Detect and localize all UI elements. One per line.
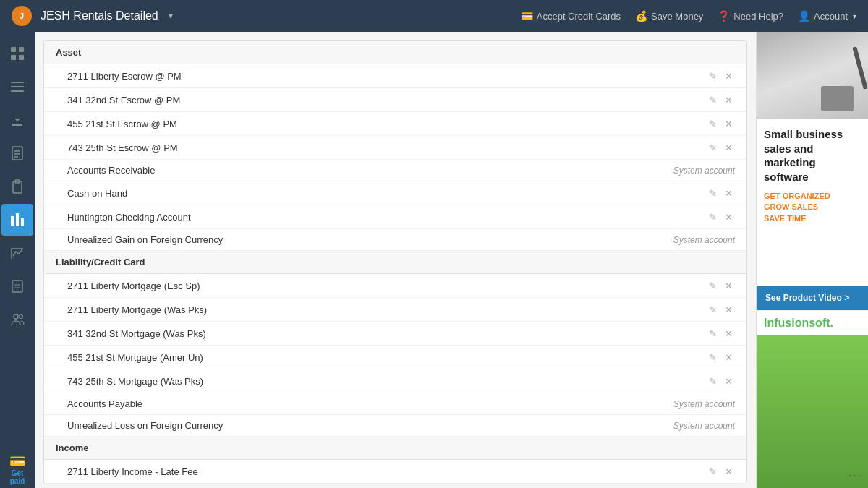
account-name: 2711 Liberty Escrow @ PM bbox=[67, 71, 706, 82]
table-row: 455 21st St Mortgage (Amer Un) ✎✕ bbox=[44, 346, 746, 369]
asset-section-header: Asset bbox=[44, 41, 746, 64]
ad-bottom-image: ··· bbox=[757, 335, 868, 488]
account-name: 2711 Liberty Income - Late Fee bbox=[67, 466, 706, 477]
sidebar-item-bar-chart[interactable] bbox=[1, 237, 33, 269]
edit-icon[interactable]: ✎ bbox=[706, 187, 719, 200]
delete-icon[interactable]: ✕ bbox=[722, 210, 735, 223]
sidebar-item-dashboard[interactable] bbox=[1, 38, 33, 69]
account-name: Accounts Receivable bbox=[67, 165, 673, 176]
delete-icon[interactable]: ✕ bbox=[722, 93, 735, 106]
delete-icon[interactable]: ✕ bbox=[722, 141, 735, 154]
delete-icon[interactable]: ✕ bbox=[722, 374, 735, 388]
system-account-badge: System account bbox=[673, 166, 735, 176]
svg-point-20 bbox=[20, 315, 23, 319]
sidebar-item-chart[interactable] bbox=[1, 204, 33, 236]
table-row: 341 32nd St Escrow @ PM ✎✕ bbox=[44, 88, 746, 112]
svg-rect-1 bbox=[19, 47, 24, 52]
account-name: Cash on Hand bbox=[67, 188, 706, 199]
svg-rect-14 bbox=[16, 213, 19, 226]
get-paid-button[interactable]: 💳 Get paid bbox=[7, 449, 28, 488]
system-account-badge: System account bbox=[673, 421, 735, 431]
account-label: Account bbox=[814, 11, 848, 22]
product-video-label: See Product Video > bbox=[765, 293, 849, 303]
svg-rect-16 bbox=[12, 281, 22, 292]
nav-actions: 💳 Accept Credit Cards 💰 Save Money ❓ Nee… bbox=[521, 10, 856, 22]
infusion-logo-area: Infusionsoft. bbox=[757, 310, 868, 335]
sidebar-item-clipboard[interactable] bbox=[1, 171, 33, 202]
edit-icon[interactable]: ✎ bbox=[706, 303, 719, 316]
account-dropdown-icon: ▾ bbox=[853, 12, 856, 20]
svg-point-19 bbox=[14, 314, 18, 319]
account-name: 2711 Liberty Mortgage (Was Pks) bbox=[67, 304, 706, 315]
edit-icon[interactable]: ✎ bbox=[706, 69, 719, 82]
save-money-btn[interactable]: 💰 Save Money bbox=[635, 10, 703, 22]
account-name: Accounts Payable bbox=[67, 398, 673, 409]
save-money-icon: 💰 bbox=[635, 10, 647, 22]
edit-icon[interactable]: ✎ bbox=[706, 117, 719, 130]
infusion-logo: Infusionsoft. bbox=[764, 317, 833, 329]
delete-icon[interactable]: ✕ bbox=[722, 465, 735, 478]
account-name: 2711 Liberty Mortgage (Esc Sp) bbox=[67, 281, 706, 291]
delete-icon[interactable]: ✕ bbox=[722, 69, 735, 82]
svg-rect-15 bbox=[21, 218, 24, 226]
delete-icon[interactable]: ✕ bbox=[722, 279, 735, 292]
account-name: 455 21st St Mortgage (Amer Un) bbox=[67, 352, 706, 363]
sidebar-item-download[interactable] bbox=[1, 104, 33, 136]
edit-icon[interactable]: ✎ bbox=[706, 327, 719, 340]
table-row: 2711 Liberty Mortgage (Was Pks) ✎✕ bbox=[44, 298, 746, 322]
account-name: Unrealized Loss on Foreign Currency bbox=[67, 420, 673, 431]
sidebar: 💳 Get paid bbox=[0, 32, 35, 488]
svg-rect-0 bbox=[11, 47, 16, 52]
delete-icon[interactable]: ✕ bbox=[722, 187, 735, 200]
accept-credit-cards-btn[interactable]: 💳 Accept Credit Cards bbox=[521, 10, 621, 22]
sidebar-item-report[interactable] bbox=[1, 270, 33, 302]
app-logo: J bbox=[12, 6, 32, 26]
sidebar-item-people[interactable] bbox=[1, 304, 33, 335]
svg-rect-13 bbox=[11, 216, 14, 226]
accounts-table: Asset 2711 Liberty Escrow @ PM ✎ ✕ 341 3… bbox=[43, 40, 747, 484]
account-name: 341 32nd St Escrow @ PM bbox=[67, 95, 706, 106]
delete-icon[interactable]: ✕ bbox=[722, 117, 735, 130]
table-row: 455 21st St Escrow @ PM ✎✕ bbox=[44, 112, 746, 136]
help-icon: ❓ bbox=[718, 10, 730, 22]
get-paid-card-icon: 💳 bbox=[9, 453, 25, 469]
account-name: 743 25th St Mortgage (Was Pks) bbox=[67, 376, 706, 387]
delete-icon[interactable]: ✕ bbox=[722, 303, 735, 316]
edit-icon[interactable]: ✎ bbox=[706, 93, 719, 106]
more-options-dots[interactable]: ··· bbox=[848, 469, 862, 482]
table-row: Unrealized Loss on Foreign Currency Syst… bbox=[44, 415, 746, 437]
income-section-header: Income bbox=[44, 437, 746, 460]
account-user-icon: 👤 bbox=[798, 10, 810, 22]
delete-icon[interactable]: ✕ bbox=[722, 327, 735, 340]
edit-icon[interactable]: ✎ bbox=[706, 279, 719, 292]
app-title: JESH Rentals Detailed bbox=[41, 9, 158, 22]
ad-sidebar: Small business sales and marketing softw… bbox=[756, 32, 868, 488]
svg-rect-5 bbox=[11, 86, 24, 87]
svg-rect-3 bbox=[19, 55, 24, 60]
top-navigation: J JESH Rentals Detailed ▾ 💳 Accept Credi… bbox=[0, 0, 868, 32]
ad-top-image bbox=[757, 32, 868, 119]
svg-rect-4 bbox=[11, 82, 24, 83]
edit-icon[interactable]: ✎ bbox=[706, 351, 719, 364]
liability-section-header: Liability/Credit Card bbox=[44, 251, 746, 274]
edit-icon[interactable]: ✎ bbox=[706, 465, 719, 478]
delete-icon[interactable]: ✕ bbox=[722, 351, 735, 364]
svg-rect-6 bbox=[11, 90, 24, 92]
sidebar-item-list[interactable] bbox=[1, 71, 33, 103]
product-video-button[interactable]: See Product Video > bbox=[757, 286, 868, 310]
table-row: 2711 Liberty Escrow @ PM ✎ ✕ bbox=[44, 64, 746, 88]
account-name: 455 21st St Escrow @ PM bbox=[67, 119, 706, 129]
table-row: Unrealized Gain on Foreign Currency Syst… bbox=[44, 229, 746, 251]
table-row: 2711 Liberty Income - Late Fee ✎✕ bbox=[44, 460, 746, 484]
account-name: 743 25th St Escrow @ PM bbox=[67, 142, 706, 153]
edit-icon[interactable]: ✎ bbox=[706, 210, 719, 223]
need-help-label: Need Help? bbox=[733, 11, 783, 22]
sidebar-item-document[interactable] bbox=[1, 137, 33, 169]
table-row: Accounts Receivable System account bbox=[44, 160, 746, 181]
edit-icon[interactable]: ✎ bbox=[706, 374, 719, 388]
account-btn[interactable]: 👤 Account ▾ bbox=[798, 10, 856, 22]
ad-text-block: Small business sales and marketing softw… bbox=[757, 119, 868, 286]
need-help-btn[interactable]: ❓ Need Help? bbox=[718, 10, 783, 22]
edit-icon[interactable]: ✎ bbox=[706, 141, 719, 154]
title-dropdown-icon[interactable]: ▾ bbox=[169, 11, 173, 21]
